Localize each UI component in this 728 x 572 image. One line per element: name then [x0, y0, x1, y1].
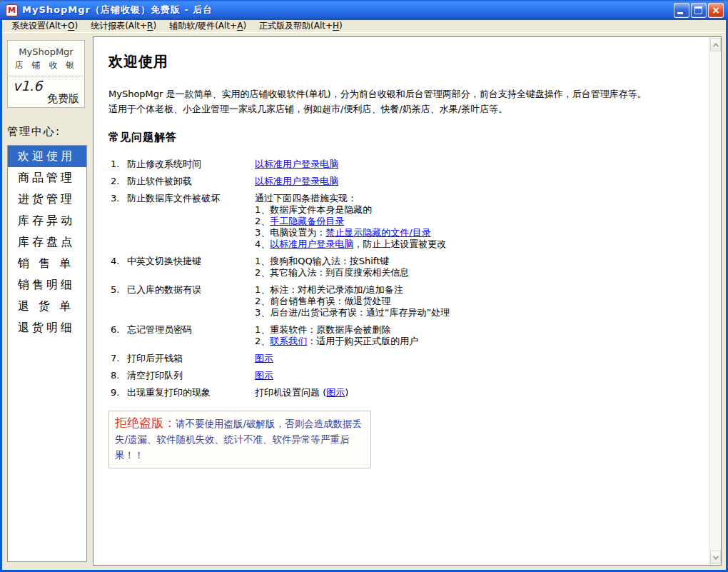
faq-row: 7.打印后开钱箱图示 — [108, 353, 696, 364]
faq-question: 忘记管理员密码 — [127, 324, 255, 347]
anti-piracy-warning: 拒绝盗版：请不要使用盗版/破解版，否则会造成数据丢失/遗漏、软件随机失效、统计不… — [108, 411, 371, 468]
faq-text: ，防止上述设置被更改 — [353, 239, 446, 249]
scroll-down-button[interactable] — [710, 551, 721, 564]
faq-answer: 图示 — [255, 370, 696, 381]
sidebar-item-stock-change[interactable]: 库存异动 — [8, 210, 86, 231]
faq-text: 打印机设置问题 ( — [255, 387, 326, 398]
faq-number: 9. — [111, 387, 127, 398]
intro-paragraph: MyShopMgr 是一款简单、实用的店铺收银软件(单机)，分为前台收银和后台管… — [108, 86, 649, 116]
faq-answer-line: 1、数据库文件本身是隐藏的 — [255, 204, 696, 216]
sidebar-item-purchase[interactable]: 进货管理 — [8, 189, 86, 210]
maximize-button[interactable] — [691, 3, 707, 18]
faq-number: 6. — [111, 324, 127, 347]
sidebar-item-return-detail[interactable]: 退货明细 — [8, 317, 86, 338]
vertical-scrollbar[interactable] — [709, 37, 721, 565]
maximize-icon — [694, 6, 702, 14]
sidebar-item-stock-check[interactable]: 库存盘点 — [8, 231, 86, 253]
close-button[interactable]: × — [708, 3, 724, 18]
chevron-up-icon — [712, 43, 718, 49]
sidebar-item-sales-order[interactable]: 销 售 单 — [8, 253, 86, 274]
faq-text: 2、 — [255, 336, 270, 346]
faq-answer-line: 2、前台销售单有误：做退货处理 — [255, 296, 696, 307]
faq-question: 防止软件被卸载 — [127, 176, 255, 187]
faq-text: 1、重装软件：原数据库会被删除 — [255, 324, 390, 335]
faq-answer: 1、搜狗和QQ输入法：按Shift键2、其它输入法：到百度搜索相关信息 — [255, 256, 696, 279]
faq-link[interactable]: 图示 — [326, 387, 345, 398]
logo-divider — [9, 76, 83, 76]
faq-link[interactable]: 以标准用户登录电脑 — [255, 159, 338, 169]
faq-link[interactable]: 手工隐藏备份目录 — [270, 216, 344, 226]
faq-answer: 1、重装软件：原数据库会被删除2、联系我们：适用于购买正式版的用户 — [255, 324, 696, 347]
faq-answer: 打印机设置问题 (图示) — [255, 387, 696, 398]
faq-text: 2、前台销售单有误：做退货处理 — [255, 296, 390, 306]
minimize-button[interactable] — [674, 3, 689, 18]
sidebar-item-return-order[interactable]: 退 货 单 — [8, 296, 86, 317]
faq-number: 4. — [111, 256, 127, 279]
faq-link[interactable]: 图示 — [255, 370, 273, 381]
faq-question: 防止修改系统时间 — [127, 159, 255, 170]
sidebar-item-welcome[interactable]: 欢迎使用 — [8, 146, 86, 167]
faq-text: 1、标注：对相关记录添加/追加备注 — [255, 284, 403, 295]
menu-item-system-settings[interactable]: 系统设置(Alt+O) — [5, 19, 84, 34]
faq-text: 2、其它输入法：到百度搜索相关信息 — [255, 267, 409, 278]
faq-link[interactable]: 以标准用户登录电脑 — [270, 239, 353, 249]
faq-number: 8. — [111, 370, 127, 381]
faq-answer-line: 以标准用户登录电脑 — [255, 176, 696, 187]
faq-link[interactable]: 联系我们 — [270, 336, 307, 346]
faq-question: 防止数据库文件被破坏 — [127, 193, 255, 250]
faq-answer-line: 图示 — [255, 353, 696, 364]
faq-list: 1.防止修改系统时间以标准用户登录电脑2.防止软件被卸载以标准用户登录电脑3.防… — [108, 159, 696, 398]
faq-row: 2.防止软件被卸载以标准用户登录电脑 — [108, 176, 696, 187]
sidebar: MyShopMgr 店 铺 收 银 v1.6 免费版 管理中心: 欢迎使用商品管… — [2, 33, 89, 570]
faq-answer-line: 1、搜狗和QQ输入法：按Shift键 — [255, 256, 696, 267]
faq-question: 出现重复打印的现象 — [127, 387, 255, 398]
faq-text: 通过下面四条措施实现： — [255, 193, 357, 204]
faq-answer: 通过下面四条措施实现：1、数据库文件本身是隐藏的2、手工隐藏备份目录3、电脑设置… — [255, 193, 696, 250]
faq-heading: 常见问题解答 — [108, 131, 696, 144]
page-title: 欢迎使用 — [108, 52, 696, 71]
faq-link[interactable]: 图示 — [255, 353, 273, 363]
faq-link[interactable]: 以标准用户登录电脑 — [255, 176, 338, 186]
faq-answer-line: 2、手工隐藏备份目录 — [255, 216, 696, 227]
scroll-up-button[interactable] — [710, 38, 721, 51]
faq-number: 1. — [111, 159, 127, 170]
faq-row: 4.中英文切换快捷键1、搜狗和QQ输入法：按Shift键2、其它输入法：到百度搜… — [108, 256, 696, 279]
faq-answer-line: 4、以标准用户登录电脑，防止上述设置被更改 — [255, 239, 696, 250]
faq-row: 9.出现重复打印的现象打印机设置问题 (图示) — [108, 387, 696, 398]
faq-link[interactable]: 禁止显示隐藏的文件/目录 — [325, 227, 430, 238]
faq-answer: 1、标注：对相关记录添加/追加备注2、前台销售单有误：做退货处理3、后台进/出货… — [255, 284, 696, 318]
faq-answer-line: 1、标注：对相关记录添加/追加备注 — [255, 284, 696, 296]
menu-item-stats-reports[interactable]: 统计报表(Alt+R) — [84, 19, 163, 34]
faq-answer-line: 打印机设置问题 (图示) — [255, 387, 696, 398]
faq-answer-line: 3、电脑设置为：禁止显示隐藏的文件/目录 — [255, 227, 696, 239]
sidebar-item-goods[interactable]: 商品管理 — [8, 167, 86, 189]
menu-item-official-help[interactable]: 正式版及帮助(Alt+H) — [253, 19, 349, 34]
faq-answer-line: 通过下面四条措施实现： — [255, 193, 696, 204]
warning-label: 拒绝盗版： — [115, 416, 176, 430]
faq-number: 3. — [111, 193, 127, 250]
logo-title: MyShopMgr — [8, 46, 84, 57]
minimize-icon — [677, 12, 683, 14]
faq-row: 8.清空打印队列图示 — [108, 370, 696, 381]
faq-answer: 图示 — [255, 353, 696, 364]
chevron-down-icon — [712, 553, 718, 559]
faq-row: 6.忘记管理员密码1、重装软件：原数据库会被删除2、联系我们：适用于购买正式版的… — [108, 324, 696, 347]
faq-answer-line: 3、后台进/出货记录有误：通过“库存异动”处理 — [255, 307, 696, 318]
faq-answer: 以标准用户登录电脑 — [255, 176, 696, 187]
faq-row: 1.防止修改系统时间以标准用户登录电脑 — [108, 159, 696, 170]
logo-subtitle: 店 铺 收 银 — [8, 59, 84, 71]
sidebar-list: 欢迎使用商品管理进货管理库存异动库存盘点销 售 单销售明细退 货 单退货明细 — [7, 145, 87, 562]
menu-item-aux-soft-hardware[interactable]: 辅助软/硬件(Alt+A) — [163, 19, 253, 34]
faq-answer-line: 1、重装软件：原数据库会被删除 — [255, 324, 696, 336]
faq-text: 1、数据库文件本身是隐藏的 — [255, 204, 372, 215]
faq-row: 5.已入库的数据有误1、标注：对相关记录添加/追加备注2、前台销售单有误：做退货… — [108, 284, 696, 318]
faq-text: 3、后台进/出货记录有误：通过“库存异动”处理 — [255, 307, 450, 318]
menubar: 系统设置(Alt+O)统计报表(Alt+R)辅助软/硬件(Alt+A)正式版及帮… — [2, 20, 726, 33]
management-center-label: 管理中心: — [7, 125, 89, 139]
faq-text: 3、电脑设置为： — [255, 227, 325, 238]
faq-number: 7. — [111, 353, 127, 364]
content-scroll-area: 欢迎使用 MyShopMgr 是一款简单、实用的店铺收银软件(单机)，分为前台收… — [93, 37, 709, 565]
sidebar-item-sales-detail[interactable]: 销售明细 — [8, 274, 86, 296]
faq-answer-line: 以标准用户登录电脑 — [255, 159, 696, 170]
body-area: MyShopMgr 店 铺 收 银 v1.6 免费版 管理中心: 欢迎使用商品管… — [2, 33, 726, 570]
